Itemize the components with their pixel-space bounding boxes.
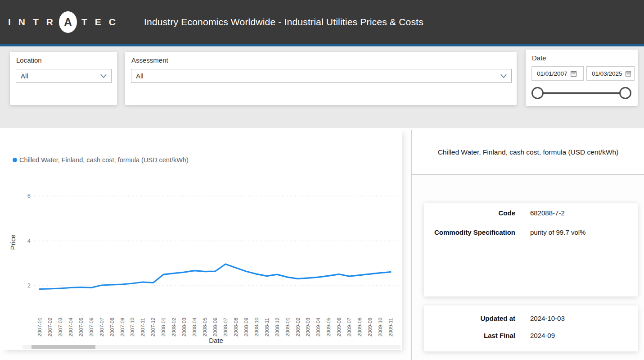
location-label: Location: [16, 56, 42, 64]
assessment-label: Assessment: [131, 56, 168, 64]
commodity-specs-card: Code 682088-7-2 Commodity Specification …: [424, 203, 638, 296]
x-tick-label: 2009-10: [378, 313, 383, 337]
x-tick-label: 2007-08: [109, 313, 115, 337]
assessment-filter-card: Assessment All: [125, 52, 517, 105]
dashboard-title: Industry Economics Worldwide - Industria…: [144, 17, 423, 27]
x-tick-label: 2009-06: [336, 313, 342, 337]
chart-card: Chilled Water, Finland, cash cost, formu…: [0, 128, 402, 350]
x-tick-label: 2009-02: [295, 313, 301, 337]
x-tick-label: 2008-10: [254, 313, 259, 337]
slider-handle-start[interactable]: [531, 87, 544, 99]
x-tick-label: 2009-09: [367, 313, 373, 337]
x-tick-label: 2007-01: [37, 313, 42, 337]
header: INTR A TEC Industry Economics Worldwide …: [0, 0, 644, 44]
x-tick-label: 2008-08: [233, 313, 239, 337]
x-tick-label: 2008-06: [212, 313, 218, 337]
date-range-slider: [531, 85, 631, 102]
x-tick-label: 2007-12: [150, 313, 156, 337]
x-tick-label: 2007-05: [78, 313, 84, 337]
y-axis-title: Price: [9, 220, 17, 265]
calendar-icon: [626, 71, 631, 77]
y-tick-label: 4: [21, 237, 31, 244]
date-label: Date: [532, 54, 546, 62]
x-tick-label: 2009-03: [305, 313, 311, 337]
x-tick-label: 2008-07: [223, 313, 228, 337]
price-chart-plot[interactable]: [23, 180, 402, 315]
date-start-input[interactable]: 01/01/2007: [531, 66, 584, 81]
chevron-down-icon: [100, 74, 107, 78]
detail-label: Updated at: [424, 314, 515, 322]
x-tick-label: 2009-11: [388, 313, 393, 337]
x-tick-label: 2007-03: [58, 313, 63, 337]
date-filter-card: Date 01/01/2007 01/03/2025: [526, 50, 638, 106]
x-tick-label: 2007-06: [89, 313, 94, 337]
legend-label: Chilled Water, Finland, cash cost, formu…: [19, 156, 189, 164]
x-tick-label: 2007-02: [47, 313, 53, 337]
chevron-down-icon: [500, 74, 507, 78]
x-tick-label: 2008-03: [181, 313, 187, 337]
x-tick-label: 2007-04: [68, 313, 73, 337]
detail-value: purity of 99.7 vol%: [530, 228, 585, 236]
calendar-icon: [571, 71, 576, 77]
price-line[interactable]: [40, 264, 391, 289]
slider-handle-end[interactable]: [619, 87, 631, 99]
date-start-value: 01/01/2007: [537, 70, 567, 77]
detail-value: 2024-10-03: [530, 314, 565, 322]
x-tick-label: 2009-04: [315, 313, 321, 337]
detail-label: Last Final: [424, 332, 515, 339]
detail-row: Commodity Specification purity of 99.7 v…: [424, 228, 638, 236]
x-axis-title: Date: [194, 337, 239, 344]
logo-letter-a-badge: A: [59, 11, 77, 33]
main-content: Chilled Water, Finland, cash cost, formu…: [0, 128, 644, 360]
legend-dot-icon: [13, 158, 17, 162]
detail-row: Updated at 2024-10-03: [424, 314, 638, 322]
assessment-dropdown-value: All: [136, 72, 500, 80]
y-tick-label: 6: [21, 192, 31, 199]
series-title: Chilled Water, Finland, cash cost, formu…: [429, 148, 628, 156]
detail-value: 682088-7-2: [530, 209, 565, 217]
logo-letters-intr: INTR: [8, 17, 61, 27]
date-end-input[interactable]: 01/03/2025: [586, 66, 635, 81]
detail-value: 2024-09: [530, 332, 555, 339]
x-tick-label: 2008-02: [171, 313, 176, 337]
slider-track[interactable]: [537, 92, 626, 94]
update-meta-card: Updated at 2024-10-03 Last Final 2024-09: [424, 305, 638, 351]
intratec-logo: INTR A TEC: [8, 11, 123, 33]
location-dropdown[interactable]: All: [16, 69, 112, 83]
y-tick-label: 2: [21, 282, 31, 289]
x-tick-label: 2008-05: [202, 313, 207, 337]
assessment-dropdown[interactable]: All: [131, 69, 512, 83]
date-end-value: 01/03/2025: [592, 70, 622, 77]
x-tick-label: 2009-05: [326, 313, 331, 337]
x-tick-label: 2008-04: [192, 313, 197, 337]
x-tick-label: 2009-01: [285, 313, 290, 337]
detail-row: Code 682088-7-2: [424, 209, 638, 217]
detail-label: Code: [424, 209, 515, 217]
logo-letters-tec: TEC: [81, 17, 123, 27]
x-tick-label: 2007-10: [130, 313, 135, 337]
x-tick-label: 2008-01: [161, 313, 166, 337]
detail-label: Commodity Specification: [424, 228, 515, 236]
filter-band: Location All Assessment All Date 01/01/2…: [0, 46, 644, 128]
legend-item[interactable]: Chilled Water, Finland, cash cost, formu…: [13, 156, 189, 164]
x-tick-label: 2007-09: [120, 313, 125, 337]
location-dropdown-value: All: [21, 72, 100, 80]
x-tick-label: 2008-12: [275, 313, 280, 337]
series-title-box: Chilled Water, Finland, cash cost, formu…: [412, 130, 644, 175]
x-tick-label: 2008-11: [264, 313, 270, 337]
x-tick-label: 2009-07: [347, 313, 352, 337]
chart-horizontal-scrollbar[interactable]: [23, 345, 401, 349]
scrollbar-thumb[interactable]: [32, 345, 95, 349]
x-tick-label: 2009-08: [357, 313, 362, 337]
x-tick-label: 2007-07: [99, 313, 104, 337]
x-tick-label: 2008-09: [243, 313, 249, 337]
location-filter-card: Location All: [10, 52, 117, 105]
x-tick-label: 2007-11: [140, 313, 145, 337]
detail-row: Last Final 2024-09: [424, 332, 638, 339]
